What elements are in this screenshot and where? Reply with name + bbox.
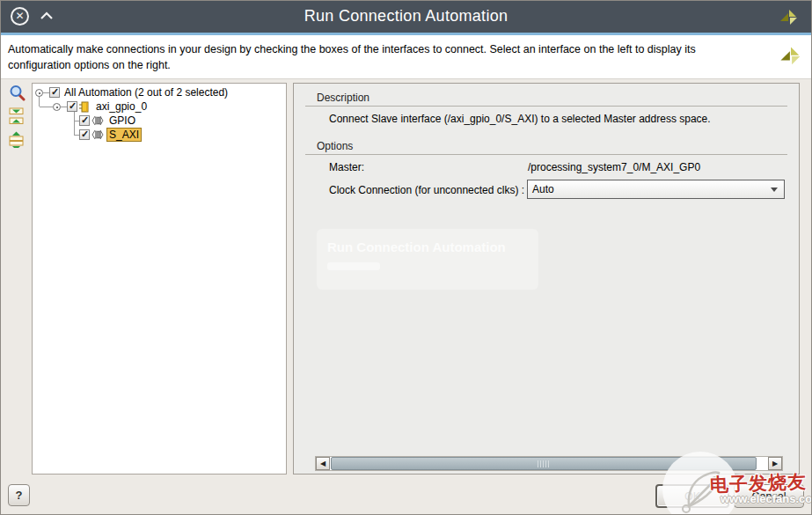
checkbox-axi-gpio-0[interactable]: [67, 101, 77, 112]
tree-expander-icon[interactable]: [35, 89, 43, 97]
scrollbar-thumb[interactable]: [331, 457, 757, 470]
clock-connection-value: Auto: [532, 183, 554, 195]
tree-guide-line: [74, 111, 75, 135]
tree-guide-line: [40, 107, 53, 107]
checkbox-all-automation[interactable]: [49, 87, 60, 98]
help-button[interactable]: ?: [8, 484, 30, 506]
collapse-all-button[interactable]: [6, 106, 27, 127]
tree-row-all-automation[interactable]: All Automation (2 out of 2 selected): [35, 85, 230, 99]
description-heading: Description: [317, 92, 369, 104]
tree-connector: [43, 92, 49, 93]
title-bar: ✕ Run Connection Automation: [1, 1, 811, 33]
tree-row-axi-gpio-0[interactable]: axi_gpio_0: [53, 99, 150, 114]
chevron-down-icon: [771, 188, 778, 192]
ok-button[interactable]: OK: [655, 484, 729, 508]
description-text: Connect Slave interface (/axi_gpio_0/S_A…: [329, 113, 711, 125]
tree-toolbar: [6, 83, 29, 151]
expand-all-button[interactable]: [6, 129, 27, 150]
interface-icon: [91, 115, 104, 126]
master-label: Master:: [329, 161, 364, 173]
tree-item-label[interactable]: All Automation (2 out of 2 selected): [62, 85, 230, 99]
options-heading: Options: [317, 140, 353, 152]
cancel-button[interactable]: Cancel: [734, 484, 804, 508]
ghost-watermark-text: Run Connection Automation: [327, 239, 506, 254]
clock-connection-label: Clock Connection (for unconnected clks) …: [329, 184, 524, 196]
scroll-right-button[interactable]: ▶: [768, 457, 782, 470]
horizontal-scrollbar[interactable]: ◀ ▶: [315, 456, 783, 471]
tree-item-label[interactable]: GPIO: [106, 114, 138, 128]
collapse-all-icon: [9, 107, 25, 125]
ghost-watermark-smudge: [327, 262, 380, 270]
automation-tree-panel: All Automation (2 out of 2 selected) axi…: [32, 83, 287, 475]
checkbox-gpio[interactable]: [79, 115, 90, 126]
section-divider: [305, 106, 787, 107]
run-connection-automation-dialog: ✕ Run Connection Automation Automaticall…: [0, 0, 812, 515]
dialog-title: Run Connection Automation: [1, 7, 811, 26]
tree-connector: [61, 107, 67, 107]
search-button[interactable]: [6, 83, 27, 104]
tree-item-label[interactable]: axi_gpio_0: [93, 99, 150, 114]
checkbox-s-axi[interactable]: [79, 129, 90, 140]
tree-row-gpio[interactable]: GPIO: [79, 114, 138, 128]
search-icon: [9, 85, 26, 102]
configuration-panel: Description Connect Slave interface (/ax…: [293, 83, 800, 475]
interface-icon: [91, 129, 104, 140]
tree-row-s-axi[interactable]: S_AXI: [79, 128, 142, 142]
ip-block-icon: [79, 101, 91, 113]
tree-expander-icon[interactable]: [53, 103, 61, 111]
automation-pinwheel-icon: [778, 6, 801, 29]
scroll-left-button[interactable]: ◀: [316, 457, 330, 470]
clock-connection-dropdown[interactable]: Auto: [527, 180, 785, 199]
tree-item-label-selected[interactable]: S_AXI: [106, 128, 142, 142]
automation-pinwheel-icon: [778, 43, 804, 70]
master-value: /processing_system7_0/M_AXI_GP0: [528, 161, 700, 173]
expand-all-icon: [9, 130, 25, 148]
scrollbar-track[interactable]: [757, 457, 768, 470]
section-divider: [305, 154, 787, 155]
help-band: Automatically make connections in your d…: [1, 35, 811, 79]
ghost-watermark: Run Connection Automation: [317, 229, 538, 290]
scrollbar-grip: [538, 460, 550, 467]
dialog-instructions: Automatically make connections in your d…: [8, 41, 751, 73]
